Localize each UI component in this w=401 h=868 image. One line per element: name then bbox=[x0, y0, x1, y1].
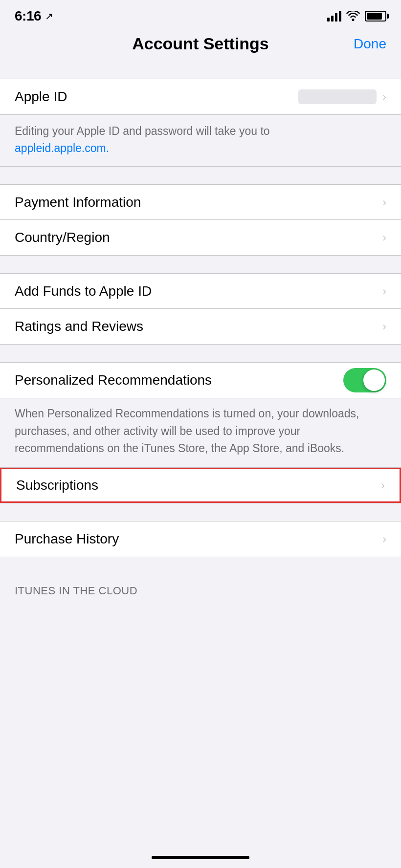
battery-icon bbox=[365, 11, 386, 22]
status-time: 6:16 bbox=[15, 8, 41, 24]
toggle-track bbox=[343, 368, 386, 392]
wifi-icon bbox=[346, 11, 360, 22]
subscriptions-right: › bbox=[381, 478, 385, 492]
apple-id-label: Apple ID bbox=[15, 89, 67, 105]
purchase-history-label: Purchase History bbox=[15, 531, 119, 547]
personalized-recommendations-label: Personalized Recommendations bbox=[15, 372, 212, 388]
purchase-history-group: Purchase History › bbox=[0, 521, 401, 557]
page-title: Account Settings bbox=[54, 34, 347, 53]
funds-group: Add Funds to Apple ID › Ratings and Revi… bbox=[0, 273, 401, 345]
country-chevron-icon: › bbox=[382, 231, 386, 244]
purchase-history-row[interactable]: Purchase History › bbox=[0, 521, 401, 557]
section-gap-3 bbox=[0, 256, 401, 273]
apple-id-row[interactable]: Apple ID › bbox=[0, 79, 401, 114]
apple-id-info-text: Editing your Apple ID and password will … bbox=[15, 125, 270, 154]
itunes-title: iTUNES IN THE CLOUD bbox=[15, 585, 137, 597]
apple-id-info-block: Editing your Apple ID and password will … bbox=[0, 115, 401, 167]
nav-header: Account Settings Done bbox=[0, 29, 401, 61]
personalized-recommendations-row[interactable]: Personalized Recommendations bbox=[0, 363, 401, 398]
section-gap-1 bbox=[0, 61, 401, 79]
toggle-thumb bbox=[363, 369, 385, 391]
payment-group: Payment Information › Country/Region › bbox=[0, 184, 401, 256]
recommendations-description-block: When Personalized Recommendations is tur… bbox=[0, 398, 401, 467]
add-funds-label: Add Funds to Apple ID bbox=[15, 283, 152, 299]
payment-information-label: Payment Information bbox=[15, 195, 141, 210]
svg-point-0 bbox=[352, 19, 355, 21]
country-region-label: Country/Region bbox=[15, 230, 110, 245]
add-funds-right: › bbox=[382, 284, 386, 298]
apple-id-value bbox=[298, 89, 377, 104]
personalized-recommendations-toggle[interactable] bbox=[343, 368, 386, 392]
subscriptions-chevron-icon: › bbox=[381, 478, 385, 492]
add-funds-row[interactable]: Add Funds to Apple ID › bbox=[0, 274, 401, 309]
recommendations-description: When Personalized Recommendations is tur… bbox=[15, 407, 359, 455]
apple-id-right: › bbox=[298, 89, 386, 104]
section-gap-5 bbox=[0, 503, 401, 521]
add-funds-chevron-icon: › bbox=[382, 284, 386, 298]
ratings-chevron-icon: › bbox=[382, 320, 386, 333]
done-button[interactable]: Done bbox=[347, 36, 386, 52]
home-indicator bbox=[152, 856, 249, 859]
subscriptions-label: Subscriptions bbox=[16, 477, 98, 493]
purchase-history-chevron-icon: › bbox=[382, 532, 386, 546]
location-arrow-icon: ↗ bbox=[45, 10, 53, 22]
payment-right: › bbox=[382, 195, 386, 209]
ratings-reviews-label: Ratings and Reviews bbox=[15, 319, 143, 334]
status-icons bbox=[327, 11, 386, 22]
section-gap-2 bbox=[0, 167, 401, 184]
country-region-row[interactable]: Country/Region › bbox=[0, 220, 401, 255]
payment-chevron-icon: › bbox=[382, 195, 386, 209]
subscriptions-row[interactable]: Subscriptions › bbox=[0, 468, 401, 503]
section-gap-6 bbox=[0, 557, 401, 575]
ratings-right: › bbox=[382, 320, 386, 333]
country-right: › bbox=[382, 231, 386, 244]
status-bar: 6:16 ↗ bbox=[0, 0, 401, 29]
payment-information-row[interactable]: Payment Information › bbox=[0, 185, 401, 220]
apple-id-link[interactable]: appleid.apple.com. bbox=[15, 142, 109, 154]
signal-icon bbox=[327, 11, 341, 22]
apple-id-group: Apple ID › bbox=[0, 79, 401, 115]
apple-id-chevron-icon: › bbox=[382, 90, 386, 104]
recommendations-group: Personalized Recommendations bbox=[0, 362, 401, 398]
itunes-section: iTUNES IN THE CLOUD bbox=[0, 575, 401, 602]
subscriptions-wrapper: Subscriptions › bbox=[0, 467, 401, 503]
section-gap-4 bbox=[0, 345, 401, 362]
purchase-history-right: › bbox=[382, 532, 386, 546]
ratings-reviews-row[interactable]: Ratings and Reviews › bbox=[0, 309, 401, 344]
